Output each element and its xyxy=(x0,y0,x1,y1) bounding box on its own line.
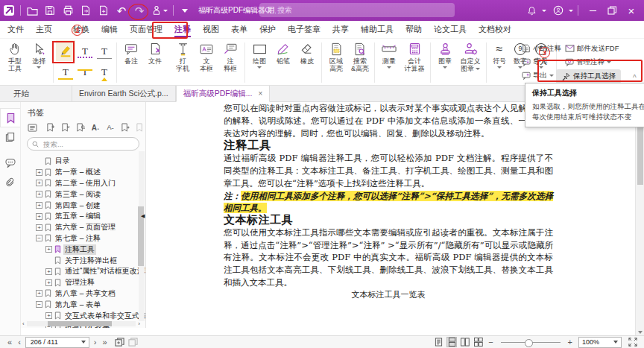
expand-toggle[interactable]: + xyxy=(36,202,42,209)
increase-text-icon[interactable]: A˖ xyxy=(90,122,101,133)
facing-view-icon[interactable] xyxy=(460,337,470,347)
symbols-button[interactable]: ≈ 符号 xyxy=(490,40,509,85)
bookmark-item[interactable]: 目录 xyxy=(21,156,145,167)
customize-toolbar-icon[interactable] xyxy=(176,2,194,19)
decrease-text-icon[interactable]: A˗ xyxy=(105,122,116,133)
global-search-box[interactable] xyxy=(259,3,455,17)
undo-icon[interactable]: ↶ xyxy=(113,2,130,19)
restore-button[interactable] xyxy=(602,0,622,21)
keep-tool-selected-button[interactable]: 保持工具选择 xyxy=(556,69,621,83)
page-number-box[interactable] xyxy=(25,337,89,348)
squiggly-tool-button[interactable]: T xyxy=(75,40,95,61)
expand-toggle[interactable]: + xyxy=(36,191,42,197)
expand-toggle[interactable]: + xyxy=(36,169,42,176)
summarize-comments-button[interactable]: 小结注释 xyxy=(522,42,565,55)
account-avatar-icon[interactable] xyxy=(549,2,567,19)
collapse-panel-icon[interactable]: ◀ xyxy=(141,213,145,219)
expand-toggle[interactable]: + xyxy=(36,180,42,186)
collapse-ribbon-button[interactable]: ^ xyxy=(633,74,637,82)
expand-toggle[interactable]: + xyxy=(45,268,52,275)
bookmark-item[interactable]: +第一章 – 概述 xyxy=(21,167,145,178)
tab-share[interactable]: 共享 xyxy=(326,21,355,38)
bookmark-item[interactable]: −第九章 – 表单 xyxy=(21,299,145,310)
strikeout-tool-button[interactable]: T xyxy=(95,40,114,61)
add-bookmark-icon[interactable] xyxy=(45,122,56,133)
pencil-tool-button[interactable]: 铅笔 xyxy=(272,40,294,85)
bookmark-item[interactable]: +通过“属性”对话框更改注释外观 xyxy=(21,266,145,277)
panel-options-icon[interactable] xyxy=(27,122,37,133)
tab-accessibility[interactable]: 辅助工具 xyxy=(355,21,400,38)
scroll-right-icon[interactable]: › xyxy=(138,320,140,327)
redo-icon[interactable]: ↷ xyxy=(130,2,148,19)
global-search-input[interactable] xyxy=(276,5,413,15)
expand-toggle[interactable]: + xyxy=(36,213,42,220)
tab-view[interactable]: 视图 xyxy=(197,21,225,38)
expand-toggle[interactable]: + xyxy=(45,279,52,286)
print-icon[interactable] xyxy=(59,2,77,19)
import-comments-button[interactable]: 导入 xyxy=(522,55,565,69)
facing-continuous-view-icon[interactable] xyxy=(473,337,484,347)
notifications-bell-icon[interactable] xyxy=(523,2,540,19)
attachments-panel-button[interactable] xyxy=(0,172,20,192)
tab-paper-tools[interactable]: 论文工具 xyxy=(428,21,473,38)
create-page-icon[interactable] xyxy=(95,2,113,19)
zoom-slider[interactable] xyxy=(501,342,561,343)
tab-esign[interactable]: 电子签章 xyxy=(282,21,326,38)
scrollbar-thumb[interactable] xyxy=(48,321,112,326)
bookmark-item-selected[interactable]: +注释工具 xyxy=(21,244,145,255)
close-tab-icon[interactable]: × xyxy=(258,89,262,98)
insert-text-tool-button[interactable]: T xyxy=(95,61,114,82)
tab-form[interactable]: 表单 xyxy=(225,21,253,38)
bookmark-item[interactable]: +管理注释 xyxy=(21,277,145,288)
bookmark-item[interactable]: +交互式表单和非交互式表单 xyxy=(21,310,145,321)
last-page-button[interactable]: » xyxy=(99,338,110,347)
area-highlight-button[interactable]: 区域 高亮 xyxy=(325,40,347,85)
tab-proofread[interactable]: 文档校对 xyxy=(473,21,517,38)
expand-toggle[interactable]: + xyxy=(36,224,42,231)
tab-protect[interactable]: 保护 xyxy=(253,21,282,38)
comments-panel-button[interactable] xyxy=(0,153,20,172)
close-button[interactable]: × xyxy=(622,0,641,21)
note-tool-button[interactable]: 备注 xyxy=(120,40,142,85)
stamp-tool-button[interactable]: 图章 xyxy=(434,40,456,85)
bookmark-search-box[interactable] xyxy=(27,137,139,151)
bookmarks-panel-button[interactable] xyxy=(0,108,20,127)
document-tab-environ[interactable]: Environ Earth Sci公式.p... xyxy=(72,86,176,101)
dropdown-caret-icon[interactable] xyxy=(81,341,86,344)
bookmark-scrollbar[interactable] xyxy=(139,151,145,321)
bookmark-item[interactable]: +第四章 – 创建 xyxy=(21,200,145,211)
accounting-calculator-button[interactable]: 会计 计算器 xyxy=(402,40,427,85)
delete-bookmark-icon[interactable] xyxy=(60,122,71,133)
bookmark-item[interactable]: 关于注释弹出框 xyxy=(21,255,145,266)
scroll-left-icon[interactable]: ‹ xyxy=(22,320,25,327)
pages-panel-button[interactable] xyxy=(0,127,20,147)
open-icon[interactable] xyxy=(23,2,41,19)
tab-home[interactable]: 主页 xyxy=(30,21,58,38)
tab-convert[interactable]: 转换 xyxy=(67,21,95,38)
select-tool-button[interactable]: 选择 xyxy=(28,40,50,85)
email-fdf-button[interactable]: 邮件发送FDF xyxy=(565,42,621,55)
tab-edit[interactable]: 编辑 xyxy=(95,21,124,38)
minimize-button[interactable] xyxy=(583,0,602,21)
expand-toggle[interactable]: + xyxy=(45,312,52,319)
bookmark-item[interactable]: −第七章 – 注释 xyxy=(21,233,145,244)
page-number-input[interactable] xyxy=(29,338,71,347)
highlight-tool-button[interactable] xyxy=(56,40,75,61)
dropdown-caret-icon[interactable] xyxy=(569,10,573,12)
measure-tool-button[interactable]: 测量 xyxy=(378,40,400,85)
bookmark-item[interactable]: +第二章 – 使用入门 xyxy=(21,178,145,189)
document-page[interactable]: 您可以在阅读时对重点内容做注或标记，以表示对某个事实或观点表达个人见解和态度的解… xyxy=(146,102,635,335)
snapshot-icon[interactable] xyxy=(115,337,125,347)
bookmark-item[interactable]: +第六章 – 页面管理 xyxy=(21,222,145,233)
bookmark-hscrollbar[interactable]: ‹ › xyxy=(22,320,140,327)
eraser-tool-button[interactable]: 橡皮 xyxy=(296,40,318,85)
manage-comments-button[interactable]: 管理注释 xyxy=(565,55,621,69)
dropdown-caret-icon[interactable] xyxy=(542,10,546,12)
export-page-icon[interactable] xyxy=(77,2,95,19)
tab-comment[interactable]: 注释 xyxy=(168,21,197,38)
document-tab-foxit-manual[interactable]: 福昕高级PDF编辑... × xyxy=(176,86,271,102)
custom-stamp-button[interactable]: 自定义 图章 xyxy=(458,40,483,85)
search-highlight-button[interactable]: 搜索 &高亮 xyxy=(349,40,371,85)
typewriter-tool-button[interactable]: 打 字机 xyxy=(171,40,194,85)
previous-page-button[interactable]: ‹ xyxy=(15,338,24,347)
